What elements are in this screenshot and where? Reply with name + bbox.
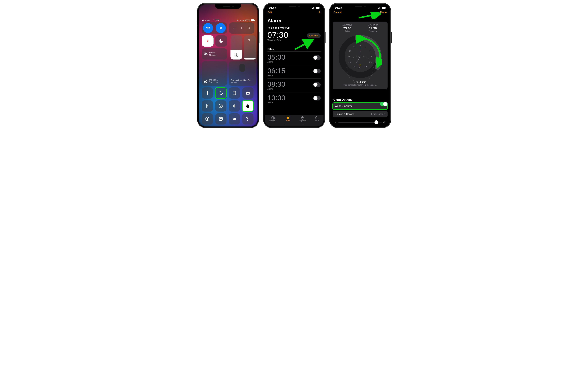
forward-icon[interactable] (248, 26, 251, 30)
screen-mirroring-tile[interactable]: Screen Mirroring (202, 48, 227, 59)
svg-line-7 (235, 56, 235, 57)
apple-tv-remote-tile[interactable] (202, 100, 213, 111)
sounds-haptics-row[interactable]: Sounds & Haptics Early Riser (333, 111, 388, 117)
tab-timer[interactable]: Timer (315, 116, 319, 126)
svg-rect-24 (207, 107, 208, 107)
wakeup-label: WAKE UP (370, 24, 378, 26)
camera-icon (246, 91, 250, 95)
bedtime-label: BEDTIME (344, 24, 353, 26)
sleep-dial[interactable]: ✦ ☀︎ 0246810121416182022 (339, 35, 382, 78)
hearing-tile[interactable] (242, 113, 253, 124)
svg-point-16 (234, 93, 234, 93)
bedtime-grip[interactable] (355, 35, 361, 41)
do-not-disturb-tile[interactable] (215, 35, 227, 46)
calculator-tile[interactable] (229, 87, 240, 99)
camera-tile[interactable] (242, 87, 253, 99)
orientation-lock-tile[interactable] (202, 35, 213, 46)
alarm-time: 08:30 (268, 80, 321, 88)
brightness-slider[interactable] (231, 35, 242, 59)
cancel-button[interactable]: Cancel (334, 11, 342, 14)
alarm-toggle[interactable] (313, 55, 321, 60)
sleep-tile[interactable] (229, 113, 240, 124)
screen-mirroring-label: Screen Mirroring (209, 52, 217, 56)
media-controls-tile[interactable] (229, 22, 254, 34)
clock-number: 18 (347, 55, 351, 58)
cell-signal-icon (378, 7, 380, 9)
wake-grip[interactable] (375, 64, 380, 70)
notes-tile[interactable] (215, 113, 226, 124)
annotation-arrow (293, 38, 315, 51)
sleep-section-header: Sleep | Wake Up (271, 26, 290, 29)
screen-record-tile[interactable] (202, 113, 213, 124)
battery-pct: 100% (245, 19, 250, 22)
bluetooth-toggle[interactable] (216, 23, 226, 33)
svg-point-44 (315, 116, 318, 119)
svg-point-15 (233, 93, 234, 93)
alarm-row[interactable]: 06:15 Alarm (268, 65, 321, 78)
timer-tile[interactable] (215, 87, 226, 99)
alarm-options-header: Alarm Options (333, 98, 388, 101)
control-center-status: Vodaf… 􀙇 VPN ⏰ ◷ ➤ 100% (202, 19, 254, 22)
add-alarm-button[interactable]: + (318, 11, 320, 14)
home-sub: Favourites (209, 81, 218, 83)
alarm-toggle[interactable] (313, 96, 321, 100)
tab-label: World Clock (269, 120, 277, 122)
alarm-row[interactable]: 08:30 Alarm (268, 78, 321, 92)
stopwatch-tile[interactable] (242, 100, 253, 111)
clock-number: 8 (368, 61, 372, 63)
chevron-right-icon (384, 113, 385, 115)
cell-signal-icon (312, 7, 314, 9)
svg-rect-21 (207, 104, 208, 108)
svg-rect-14 (233, 92, 235, 92)
bluetooth-icon (218, 26, 223, 30)
accessibility-icon (219, 104, 223, 108)
alarm-row[interactable]: 10:00 Alarm (268, 92, 321, 106)
flashlight-tile[interactable] (202, 87, 213, 99)
screen-mirroring-icon (204, 52, 208, 56)
edit-button[interactable]: Edit (268, 11, 272, 14)
done-button[interactable]: Done (380, 11, 387, 14)
clock-number: 0 (358, 44, 362, 46)
volume-slider[interactable] (244, 35, 256, 59)
annotation-arrow (358, 12, 381, 19)
svg-point-19 (234, 94, 234, 94)
stars-icon: ✦ (359, 47, 361, 49)
location-status-icon: ➤ (242, 19, 244, 22)
alarm-time: 10:00 (268, 94, 321, 102)
svg-point-38 (247, 118, 248, 119)
location-icon: ➤ (275, 7, 277, 9)
home-name: The Cott… (209, 79, 218, 81)
alarm-toggle[interactable] (313, 69, 321, 73)
stopwatch-icon (246, 104, 250, 108)
homepod-tile[interactable]: Projector Room HomePod Paused (229, 61, 256, 86)
volume-slider-row[interactable] (335, 121, 386, 124)
wake-up-alarm-row[interactable]: Wake Up Alarm (333, 103, 388, 109)
wake-up-alarm-toggle[interactable] (380, 102, 388, 106)
tab-world-clock[interactable]: World Clock (269, 116, 277, 126)
connectivity-tile[interactable] (202, 22, 227, 34)
svg-point-36 (207, 118, 208, 120)
clock-number: 16 (348, 61, 353, 63)
play-icon[interactable] (240, 26, 243, 30)
svg-point-18 (233, 94, 234, 94)
wifi-toggle[interactable] (203, 23, 213, 33)
svg-line-6 (237, 56, 238, 57)
page-title: Alarm (268, 18, 281, 23)
speaker-high-icon (383, 121, 386, 123)
vpn-badge: VPN (215, 19, 219, 21)
alarm-icon (286, 116, 290, 120)
ear-icon (246, 117, 250, 121)
svg-line-46 (295, 40, 312, 49)
voice-memo-tile[interactable] (229, 100, 240, 111)
accessibility-tile[interactable] (215, 100, 226, 111)
bedtime-time: 23:00 (342, 26, 353, 30)
phone-alarm-list: 14:00➤ 􀙇 Edit + Alarm Sleep | Wake Up 07… (263, 3, 325, 128)
alarm-toggle[interactable] (313, 82, 321, 87)
stopwatch-icon (301, 116, 304, 120)
sleep-schedule-card: BEDTIME 23:00 Today WAKE UP 07:30 Tomorr… (333, 22, 388, 89)
home-favourites-tile[interactable]: The Cott… Favourites (202, 61, 227, 86)
change-button[interactable]: CHANGE (307, 33, 321, 38)
rewind-icon[interactable] (233, 26, 236, 30)
alarm-row[interactable]: 05:00 Alarm (268, 51, 321, 65)
rotation-lock-icon (205, 38, 210, 44)
